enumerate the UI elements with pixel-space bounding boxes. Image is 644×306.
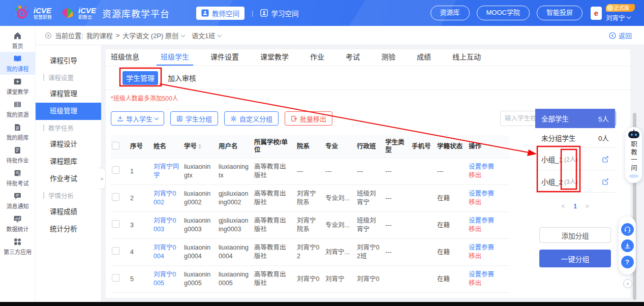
subtab-join-review[interactable]: 加入审核 [168,73,196,83]
set-contest-link[interactable]: 设置参赛 [469,270,504,279]
teacher-space-button[interactable]: 教师空间 [196,7,244,20]
edit-group-button[interactable] [602,178,609,185]
sidebar-item-statistics[interactable]: 数据统计 [0,212,35,235]
cell-admin-class: 班级刘宵宁 [357,212,385,239]
close-widget-button[interactable]: × [623,279,632,288]
smart-cast-button[interactable]: 智能投屏 [537,6,582,20]
cell-phone [412,212,437,239]
auto-group-button[interactable]: 一键分组 [539,250,611,267]
next-page-button[interactable]: > [586,203,589,210]
set-contest-link[interactable]: 设置参赛 [469,217,504,225]
custom-grouping-button[interactable]: 自定义分组 [224,111,279,126]
mooc-college-button[interactable]: MOOC学院 [477,6,530,20]
col-name: 姓名 [154,135,184,158]
tab-quiz[interactable]: 测验 [381,49,395,66]
user-menu[interactable]: 刘宵宁 [606,13,635,22]
all-students-header[interactable]: 全部学生 5人 [535,109,615,128]
tab-class-info[interactable]: 班级信息 [111,49,139,66]
download-button[interactable] [621,239,634,252]
sidebar-item-my-resources[interactable]: 我的资源 [0,98,35,120]
remove-link[interactable]: 移出 [469,279,504,288]
row-checkbox[interactable] [112,166,119,174]
breadcrumb-class[interactable]: 语文1班 [192,30,215,40]
sidebar-item-home[interactable]: 首页 [0,29,35,52]
sidebar-item-my-courses[interactable]: 我的课程 [0,52,35,75]
sidebar-item-classroom-teaching[interactable]: 课堂教学 [0,75,35,98]
tab-class-students[interactable]: 班级学生 [161,49,189,66]
row-checkbox[interactable] [112,247,119,255]
sidebar-collapse-handle[interactable]: « [99,168,106,189]
cell-school: 高等教育出版社 [254,185,297,212]
cell-name-link[interactable]: 刘宵宁同学 [154,158,184,185]
row-checkbox[interactable] [112,220,119,228]
tab-online-interaction[interactable]: 线上互动 [452,49,481,66]
menu-item-course-guide[interactable]: 课程引导 [36,52,101,70]
import-students-button[interactable]: 导入学生 [111,111,164,126]
sidebar-item-my-question-bank[interactable]: 我的题库 [0,120,35,143]
row-checkbox[interactable] [112,193,119,201]
sidebar-item-pending-homework[interactable]: 待批作业 [0,143,35,166]
menu-section-course-settings: 课程设置 [36,70,101,85]
icve-app-icon[interactable]: e [591,7,602,20]
menu-item-course-grades[interactable]: 课程成绩 [36,203,101,221]
customer-service-button[interactable] [621,223,634,236]
menu-item-statistical-analysis[interactable]: 统计分析 [36,221,101,238]
sidebar-item-pending-exams[interactable]: 待批考试 [0,166,35,189]
chevron-down-icon[interactable] [218,33,222,37]
tab-grades[interactable]: 成绩 [417,49,431,66]
menu-item-class-management[interactable]: 班级管理 [36,103,101,120]
logo2-name: iCVE [78,7,96,14]
chevron-down-icon[interactable] [181,33,185,37]
back-link[interactable]: 返回 [609,30,632,40]
ungrouped-count: 0人 [598,133,609,143]
menu-item-course-question-bank[interactable]: 课程题库 [36,153,101,170]
help-button[interactable]: ? [621,256,634,268]
cell-name-link[interactable]: 刘宵宁0005 [154,266,184,293]
import-icon [117,115,124,122]
sidebar-item-third-party-apps[interactable]: 第三方应用 [0,235,35,258]
cell-student-type: --- [385,239,412,266]
sort-icon[interactable] [198,144,201,149]
menu-item-course-management[interactable]: 课程管理 [36,85,101,103]
tab-classroom-teaching[interactable]: 课堂教学 [260,49,289,66]
remove-link[interactable]: 移出 [469,198,504,207]
remove-link[interactable]: 移出 [469,252,504,261]
subtab-student-management[interactable]: 学生管理 [122,71,158,85]
sidebar-item-notifications[interactable]: 消息通知 [0,189,35,212]
cell-name-link[interactable]: 刘宵宁0004 [154,239,184,266]
space-divider: | [252,9,253,17]
cell-name-link[interactable]: 刘宵宁0002 [154,185,184,212]
set-contest-link[interactable]: 设置参赛 [469,190,504,198]
group-row[interactable]: 小组_1 (2人) [535,148,615,170]
cell-major: --- [325,158,357,185]
remove-link[interactable]: 移出 [469,171,504,180]
assistant-widget[interactable]: 职教一问 [625,127,642,183]
breadcrumb-course[interactable]: 大学语文 (2P) 原创 [122,30,178,40]
cell-name-link[interactable]: 刘宵宁0003 [154,212,184,239]
breadcrumb-root[interactable]: 我的课程 [86,30,113,40]
current-page[interactable]: 1 [573,203,577,210]
batch-remove-button[interactable]: 批量移出 [285,111,332,126]
remove-link[interactable]: 移出 [469,225,504,234]
ungrouped-students-row[interactable]: 未分组学生 0人 [535,128,615,148]
select-all-checkbox[interactable] [112,142,119,149]
set-contest-link[interactable]: 设置参赛 [469,243,504,252]
set-contest-link[interactable]: 设置参赛 [469,163,504,171]
student-space-link[interactable]: 学习空间 [260,8,298,18]
tab-homework[interactable]: 作业 [310,49,324,66]
edit-group-button[interactable] [602,156,609,163]
group-row[interactable]: 小组_2 (3人) [535,170,615,193]
prev-page-button[interactable]: < [561,203,565,210]
row-checkbox[interactable] [112,274,119,282]
tab-courseware-settings[interactable]: 课件设置 [210,49,239,66]
menu-item-homework-exam[interactable]: 作业考试 [36,170,101,188]
cell-actions: 设置参赛 移出 [469,158,509,185]
table-row: 1 刘宵宁同学 liuxiaoningtx liuxiaoningtx 高等教育… [111,158,509,185]
menu-item-course-design[interactable]: 课程设计 [36,136,101,153]
cloud-decoration [629,174,639,178]
resource-library-button[interactable]: 资源库 [431,6,470,20]
student-grouping-button[interactable]: 学生分组 [170,111,218,126]
col-student-id[interactable]: 学号 [184,135,219,158]
add-group-button[interactable]: 添加分组 [539,227,611,243]
tab-exam[interactable]: 考试 [346,49,360,66]
